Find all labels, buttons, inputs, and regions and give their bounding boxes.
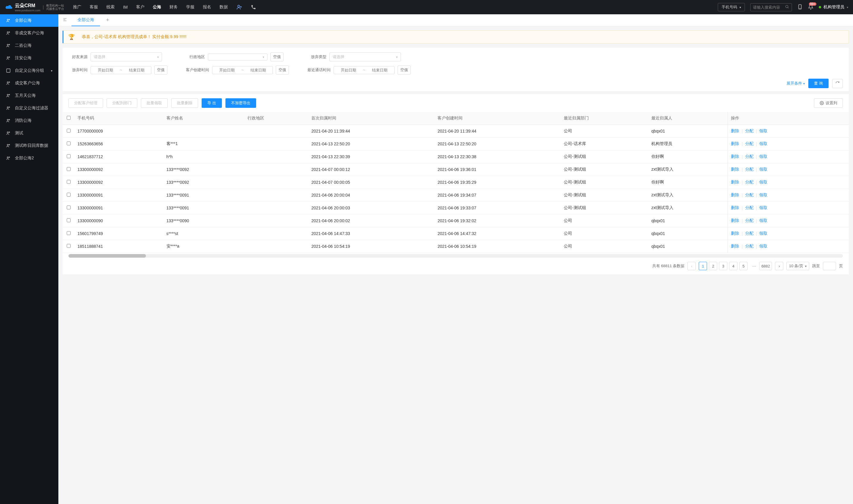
page-number-button[interactable]: 1 bbox=[699, 262, 707, 270]
nav-item[interactable]: 线索 bbox=[106, 4, 115, 10]
nav-item[interactable]: IM bbox=[123, 5, 128, 10]
row-delete-link[interactable]: 删除 bbox=[731, 244, 739, 249]
batch-claim-button[interactable]: 批量领取 bbox=[141, 98, 168, 108]
row-assign-link[interactable]: 分配 bbox=[745, 193, 754, 198]
batch-delete-button[interactable]: 批量删除 bbox=[171, 98, 198, 108]
row-delete-link[interactable]: 删除 bbox=[731, 141, 739, 147]
sidebar-item[interactable]: 自定义公海过滤器 bbox=[0, 102, 58, 114]
row-delete-link[interactable]: 删除 bbox=[731, 218, 739, 223]
search-icon[interactable] bbox=[785, 5, 789, 10]
nav-item[interactable]: 数据 bbox=[219, 4, 228, 10]
sidebar-item[interactable]: 全部公海 bbox=[0, 14, 58, 27]
row-assign-link[interactable]: 分配 bbox=[745, 154, 754, 159]
row-checkbox[interactable] bbox=[67, 244, 71, 248]
page-number-button[interactable]: 3 bbox=[719, 262, 727, 270]
row-assign-link[interactable]: 分配 bbox=[745, 231, 754, 236]
tab-all-public[interactable]: 全部公海 bbox=[72, 14, 100, 26]
page-number-button[interactable]: 2 bbox=[709, 262, 717, 270]
lastcall-start-date[interactable] bbox=[335, 67, 361, 73]
filter-region-null-btn[interactable]: 空值 bbox=[270, 52, 284, 61]
row-claim-link[interactable]: 领取 bbox=[759, 205, 767, 211]
filter-source-select[interactable]: 请选择 ▾ bbox=[91, 52, 162, 61]
row-delete-link[interactable]: 删除 bbox=[731, 167, 739, 172]
nav-item[interactable]: 客服 bbox=[90, 4, 98, 10]
row-assign-link[interactable]: 分配 bbox=[745, 218, 754, 223]
tab-list-toggle-icon[interactable] bbox=[58, 17, 72, 23]
expand-filters-button[interactable]: 展开条件 ▾ bbox=[786, 81, 805, 86]
add-user-icon[interactable] bbox=[236, 4, 242, 10]
abandon-end-date[interactable] bbox=[124, 67, 149, 73]
notification-bell-icon[interactable]: 99+ bbox=[808, 4, 813, 11]
search-button[interactable]: 查 询 bbox=[808, 79, 829, 88]
row-checkbox[interactable] bbox=[67, 154, 71, 158]
sidebar-item[interactable]: 二咨公海 bbox=[0, 39, 58, 52]
set-columns-button[interactable]: 设置列 bbox=[814, 98, 843, 108]
sidebar-item[interactable]: 非成交客户公海 bbox=[0, 27, 58, 39]
row-delete-link[interactable]: 删除 bbox=[731, 231, 739, 236]
filter-last-call-range[interactable]: ~ bbox=[333, 66, 394, 74]
row-claim-link[interactable]: 领取 bbox=[759, 167, 767, 172]
mobile-icon[interactable] bbox=[797, 4, 803, 11]
export-plain-button[interactable]: 不加密导出 bbox=[225, 98, 256, 108]
row-claim-link[interactable]: 领取 bbox=[759, 193, 767, 198]
row-assign-link[interactable]: 分配 bbox=[745, 128, 754, 134]
row-claim-link[interactable]: 领取 bbox=[759, 180, 767, 185]
create-start-date[interactable] bbox=[214, 67, 239, 73]
nav-item[interactable]: 推广 bbox=[73, 4, 81, 10]
nav-item[interactable]: 报名 bbox=[203, 4, 211, 10]
row-checkbox[interactable] bbox=[67, 180, 71, 184]
row-claim-link[interactable]: 领取 bbox=[759, 244, 767, 249]
sidebar-item[interactable]: 注安公海 bbox=[0, 52, 58, 64]
horizontal-scrollbar[interactable] bbox=[69, 254, 843, 258]
page-number-button[interactable]: 4 bbox=[729, 262, 738, 270]
row-claim-link[interactable]: 领取 bbox=[759, 141, 767, 147]
create-end-date[interactable] bbox=[246, 67, 271, 73]
jump-page-input[interactable] bbox=[823, 262, 836, 270]
search-type-select[interactable]: 手机号码 ▾ bbox=[718, 3, 745, 11]
row-delete-link[interactable]: 删除 bbox=[731, 193, 739, 198]
sidebar-item[interactable]: 测试昨日回库数据 bbox=[0, 139, 58, 152]
row-delete-link[interactable]: 删除 bbox=[731, 205, 739, 211]
filter-region-select[interactable]: ▾ bbox=[208, 54, 268, 60]
sidebar-item[interactable]: 五月天公海 bbox=[0, 89, 58, 102]
row-assign-link[interactable]: 分配 bbox=[745, 205, 754, 211]
row-checkbox[interactable] bbox=[67, 231, 71, 235]
logo[interactable]: 云朵CRM www.yunduocrm.com | 教育机构一站 式服务云平台 bbox=[5, 3, 64, 12]
refresh-button[interactable] bbox=[832, 79, 843, 88]
row-claim-link[interactable]: 领取 bbox=[759, 128, 767, 134]
row-checkbox[interactable] bbox=[67, 129, 71, 132]
phone-icon[interactable] bbox=[251, 4, 256, 10]
filter-last-call-null-btn[interactable]: 空值 bbox=[398, 66, 411, 74]
select-all-checkbox[interactable] bbox=[67, 116, 71, 120]
filter-create-time-range[interactable]: ~ bbox=[212, 66, 273, 74]
row-assign-link[interactable]: 分配 bbox=[745, 167, 754, 172]
sidebar-item[interactable]: 成交客户公海 bbox=[0, 77, 58, 89]
row-assign-link[interactable]: 分配 bbox=[745, 180, 754, 185]
scrollbar-thumb[interactable] bbox=[69, 254, 146, 258]
row-checkbox[interactable] bbox=[67, 193, 71, 197]
filter-abandon-time-null-btn[interactable]: 空值 bbox=[154, 66, 167, 74]
row-assign-link[interactable]: 分配 bbox=[745, 141, 754, 147]
per-page-select[interactable]: 10 条/页 ▾ bbox=[786, 262, 809, 270]
prev-page-button[interactable]: ‹ bbox=[687, 262, 696, 270]
row-delete-link[interactable]: 删除 bbox=[731, 128, 739, 134]
sidebar-item[interactable]: 消防公海 bbox=[0, 114, 58, 127]
next-page-button[interactable]: › bbox=[775, 262, 783, 270]
row-delete-link[interactable]: 删除 bbox=[731, 154, 739, 159]
row-claim-link[interactable]: 领取 bbox=[759, 231, 767, 236]
assign-manager-button[interactable]: 分配客户经理 bbox=[69, 98, 103, 108]
sidebar-item[interactable]: 自定义公海分组▾ bbox=[0, 64, 58, 77]
export-button[interactable]: 导 出 bbox=[202, 98, 222, 108]
page-number-button[interactable]: 5 bbox=[739, 262, 748, 270]
abandon-start-date[interactable] bbox=[93, 67, 118, 73]
row-checkbox[interactable] bbox=[67, 205, 71, 210]
nav-item[interactable]: 客户 bbox=[136, 4, 144, 10]
nav-item[interactable]: 公海 bbox=[153, 4, 161, 10]
row-checkbox[interactable] bbox=[67, 218, 71, 222]
search-input[interactable] bbox=[753, 5, 785, 10]
filter-create-time-null-btn[interactable]: 空值 bbox=[276, 66, 289, 74]
row-checkbox[interactable] bbox=[67, 167, 71, 171]
last-page-button[interactable]: 6882 bbox=[759, 262, 772, 270]
nav-item[interactable]: 财务 bbox=[169, 4, 178, 10]
row-checkbox[interactable] bbox=[67, 142, 71, 145]
